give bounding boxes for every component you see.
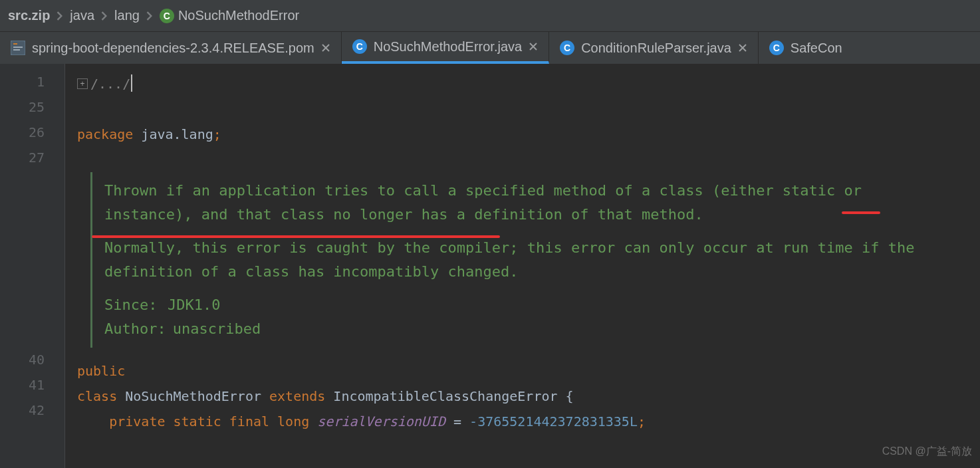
line-number: 25 (0, 94, 45, 120)
kw-extends: extends (269, 388, 325, 404)
numeric-literal: -3765521442372831335L (469, 413, 638, 429)
javadoc-author-label: Author: (104, 317, 166, 341)
annotation-underline (842, 211, 880, 214)
semicolon: ; (213, 126, 221, 142)
tab-conditionruleparser[interactable]: C ConditionRuleParser.java (549, 32, 759, 64)
javadoc-paragraph: Normally, this error is caught by the co… (104, 236, 957, 284)
field-name: serialVersionUID (317, 413, 445, 429)
chevron-right-icon (101, 11, 108, 21)
javadoc-since-value: JDK1.0 (168, 293, 220, 317)
line-number: 26 (0, 120, 45, 145)
svg-rect-3 (13, 49, 20, 51)
javadoc-since: Since: JDK1.0 (104, 293, 957, 317)
tab-label: NoSuchMethodError.java (374, 39, 522, 55)
equals: = (453, 413, 461, 429)
editor-tabs: spring-boot-dependencies-2.3.4.RELEASE.p… (0, 32, 980, 64)
kw-package: package (77, 126, 133, 142)
class-name: NoSuchMethodError (125, 388, 261, 404)
chevron-right-icon (146, 11, 153, 21)
super-class: IncompatibleClassChangeError (333, 388, 557, 404)
line-number: 1 (0, 69, 45, 94)
kw-static: static (174, 413, 221, 429)
breadcrumb-label: src.zip (8, 8, 50, 23)
breadcrumb-item[interactable]: lang (114, 8, 140, 23)
text-caret (131, 74, 132, 92)
breadcrumb-item[interactable]: java (70, 8, 94, 23)
tab-nosuchmethoderror[interactable]: C NoSuchMethodError.java (342, 32, 549, 64)
breadcrumb-label: java (70, 8, 94, 23)
javadoc-since-label: Since: (104, 293, 161, 317)
tab-label: ConditionRuleParser.java (581, 41, 731, 56)
breadcrumb-label: lang (114, 8, 140, 23)
kw-long: long (277, 413, 309, 429)
watermark: CSDN @广益-简放 (882, 439, 972, 464)
javadoc-paragraph: Thrown if an application tries to call a… (104, 179, 957, 227)
fold-text: /.../ (90, 71, 130, 96)
chevron-right-icon (57, 11, 63, 21)
javadoc-author-value: unascribed (173, 317, 261, 341)
class-icon: C (352, 39, 367, 54)
editor[interactable]: 1 25 26 27 40 41 42 +/.../ package java.… (0, 64, 980, 468)
breadcrumb-item[interactable]: C NoSuchMethodError (160, 8, 299, 23)
kw-public: public (77, 363, 125, 379)
tab-safecon[interactable]: C SafeCon (759, 32, 853, 64)
brace-open: { (566, 388, 574, 404)
close-icon[interactable] (321, 43, 330, 53)
annotation-underline (92, 235, 500, 238)
class-icon: C (560, 41, 574, 55)
line-number: 42 (0, 398, 45, 423)
line-number: 40 (0, 347, 45, 372)
package-name: java.lang (141, 126, 213, 142)
fold-toggle[interactable]: +/.../ (77, 71, 130, 96)
plus-icon: + (77, 78, 88, 89)
javadoc-author: Author: unascribed (104, 317, 957, 341)
tab-label: SafeCon (791, 41, 842, 56)
class-icon: C (160, 9, 174, 23)
breadcrumb: src.zip java lang C NoSuchMethodError (0, 0, 980, 32)
gutter: 1 25 26 27 40 41 42 (0, 64, 65, 468)
tab-pom[interactable]: spring-boot-dependencies-2.3.4.RELEASE.p… (0, 32, 342, 64)
line-number: 27 (0, 145, 45, 170)
svg-rect-2 (13, 47, 23, 48)
breadcrumb-label: NoSuchMethodError (178, 8, 299, 23)
kw-class: class (77, 388, 117, 404)
close-icon[interactable] (529, 42, 538, 51)
kw-final: final (229, 413, 269, 429)
breadcrumb-item[interactable]: src.zip (8, 8, 50, 23)
line-number: 41 (0, 372, 45, 398)
class-icon: C (769, 41, 784, 55)
pom-file-icon (11, 41, 25, 55)
tab-label: spring-boot-dependencies-2.3.4.RELEASE.p… (32, 41, 314, 56)
kw-private: private (109, 413, 165, 429)
semicolon: ; (638, 413, 646, 429)
code-area[interactable]: +/.../ package java.lang; Thrown if an a… (65, 64, 980, 468)
javadoc-block: Thrown if an application tries to call a… (90, 172, 968, 348)
svg-rect-1 (13, 43, 17, 45)
close-icon[interactable] (738, 43, 747, 53)
